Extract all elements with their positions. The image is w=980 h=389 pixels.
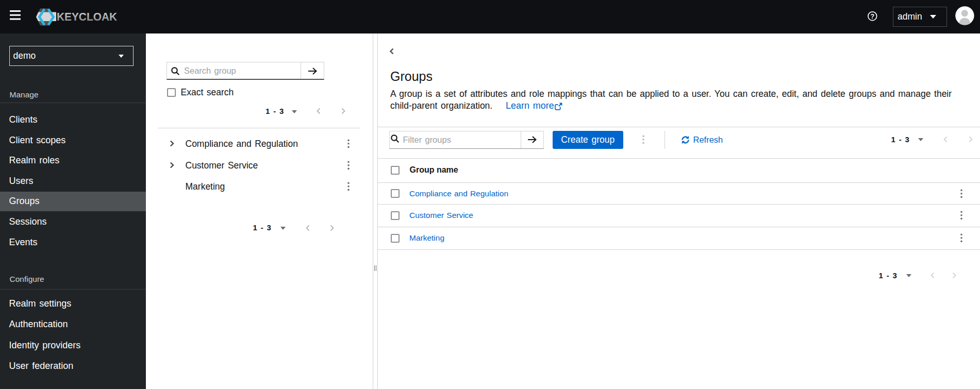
svg-text:KEYCLOAK: KEYCLOAK (57, 10, 117, 23)
svg-text:?: ? (870, 12, 874, 20)
